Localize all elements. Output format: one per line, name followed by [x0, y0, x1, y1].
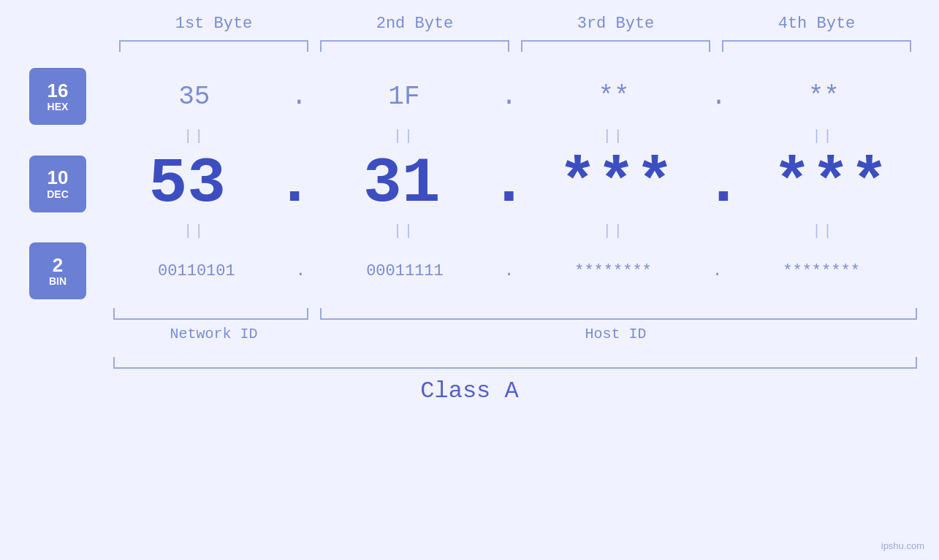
hex-byte2: 1F: [311, 82, 498, 112]
dec-byte2: 31: [315, 147, 488, 220]
hex-sep1: .: [288, 82, 311, 112]
byte2-header: 2nd Byte: [314, 15, 515, 33]
hex-badge-label: HEX: [47, 101, 69, 112]
bin-sep2: .: [501, 262, 517, 280]
bottom-brackets: [113, 307, 917, 320]
eq2-b3: ||: [520, 223, 708, 239]
byte4-header: 4th Byte: [716, 15, 917, 33]
hex-row: 16 HEX 35 . 1F . ** . **: [29, 68, 917, 125]
dec-byte4: ***: [744, 147, 917, 220]
dec-row: 10 DEC 53 . 31 . *** . ***: [29, 147, 917, 220]
top-brackets: [113, 40, 917, 53]
hex-badge: 16 HEX: [29, 68, 86, 125]
dec-sep1: .: [274, 147, 316, 220]
bin-row: 2 BIN 00110101 . 00011111 . ******** . *…: [29, 242, 917, 299]
bin-byte2: 00011111: [309, 262, 501, 280]
bin-byte1: 00110101: [101, 262, 292, 280]
bracket-host: [320, 307, 917, 320]
bin-badge-label: BIN: [49, 275, 66, 287]
eq1-b2: ||: [311, 128, 498, 145]
byte-headers: 1st Byte 2nd Byte 3rd Byte 4th Byte: [113, 15, 917, 33]
dec-sep2: .: [488, 147, 530, 220]
bracket-byte4: [722, 40, 911, 53]
bin-badge-number: 2: [53, 255, 63, 276]
class-label: Class A: [0, 377, 939, 404]
bin-byte3: ********: [517, 262, 709, 280]
eq2-b2: ||: [311, 223, 498, 239]
bracket-byte2: [320, 40, 509, 53]
hex-values: 35 . 1F . ** . **: [101, 82, 917, 112]
eq2-b1: ||: [101, 223, 289, 239]
bin-sep3: .: [709, 262, 726, 280]
eq1-b1: ||: [101, 128, 289, 145]
main-container: 1st Byte 2nd Byte 3rd Byte 4th Byte 16 H…: [0, 0, 939, 560]
eq1-b4: ||: [729, 128, 917, 145]
dec-badge-label: DEC: [47, 188, 69, 200]
dec-badge: 10 DEC: [29, 156, 86, 212]
id-labels-row: Network ID Host ID: [113, 326, 917, 342]
eq1-b3: ||: [520, 128, 708, 145]
bin-sep1: .: [292, 262, 309, 280]
eq-inner-1: || || || ||: [101, 128, 917, 145]
eq-sep-2: || || || ||: [29, 223, 917, 239]
hex-byte3: **: [520, 82, 707, 112]
eq-sep-1: || || || ||: [29, 128, 917, 145]
watermark: ipshu.com: [881, 540, 924, 551]
bin-badge: 2 BIN: [29, 242, 86, 299]
dec-byte1: 53: [101, 147, 274, 220]
full-bottom-bracket: [113, 356, 917, 369]
dec-badge-number: 10: [47, 167, 69, 188]
hex-byte1: 35: [101, 82, 288, 112]
bracket-byte1: [119, 40, 308, 53]
bin-byte4: ********: [726, 262, 917, 280]
bin-values: 00110101 . 00011111 . ******** . *******…: [101, 262, 917, 280]
byte3-header: 3rd Byte: [515, 15, 716, 33]
hex-sep3: .: [707, 82, 731, 112]
hex-sep2: .: [498, 82, 521, 112]
dec-sep3: .: [703, 147, 745, 220]
network-id-label: Network ID: [113, 326, 314, 342]
hex-byte4: **: [730, 82, 917, 112]
eq-inner-2: || || || ||: [101, 223, 917, 239]
dec-values: 53 . 31 . *** . ***: [101, 147, 917, 220]
host-id-label: Host ID: [314, 326, 917, 342]
eq2-b4: ||: [729, 223, 917, 239]
bracket-network: [113, 307, 308, 320]
bracket-byte3: [521, 40, 710, 53]
hex-badge-number: 16: [47, 80, 69, 101]
byte1-header: 1st Byte: [113, 15, 314, 33]
dec-byte3: ***: [530, 147, 703, 220]
